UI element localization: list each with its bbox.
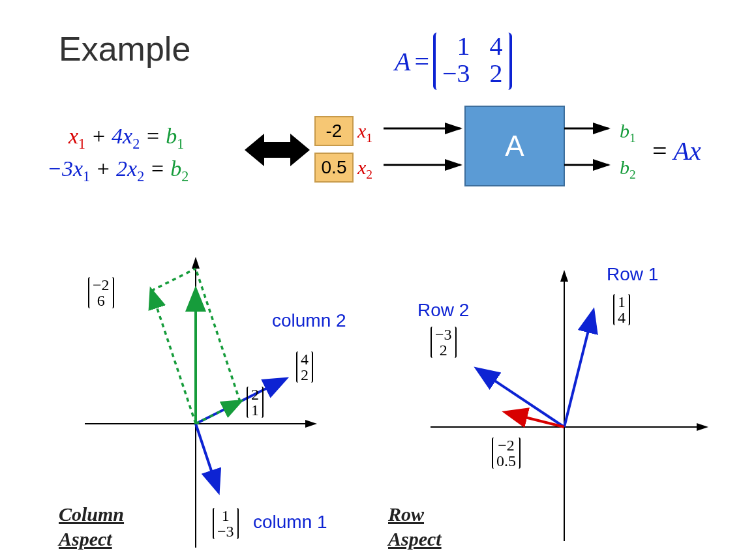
vector-halfcol2-label: 21 bbox=[247, 386, 264, 418]
equals-sign: = bbox=[414, 46, 429, 77]
matrix-a12: 4 bbox=[490, 33, 503, 60]
eq1-b1: b1 bbox=[166, 124, 184, 148]
slide-title: Example bbox=[59, 29, 190, 68]
matrix-A-box: A bbox=[464, 106, 565, 186]
row-1-text: Row 1 bbox=[607, 264, 658, 285]
eq2-eq: = bbox=[150, 156, 170, 181]
svg-line-17 bbox=[478, 370, 564, 427]
svg-line-12 bbox=[151, 291, 196, 424]
equation-line-2: −3x1 + 2x2 = b2 bbox=[47, 156, 189, 185]
x1-label: x1 bbox=[357, 120, 372, 145]
svg-marker-0 bbox=[245, 134, 310, 166]
svg-line-16 bbox=[564, 312, 593, 427]
vector-row2-label: −32 bbox=[431, 326, 457, 358]
vector-col1-label: 1−3 bbox=[213, 507, 239, 539]
matrix-name: A bbox=[395, 46, 410, 77]
eq2-2x2: 2x2 bbox=[116, 156, 144, 181]
svg-line-7 bbox=[196, 424, 218, 490]
eq1-plus: + bbox=[91, 124, 112, 148]
eq2-m3x1: −3x1 bbox=[47, 156, 90, 181]
matrix-a22: 2 bbox=[490, 60, 503, 87]
b1-label: b1 bbox=[620, 120, 636, 145]
flow-arrows-in-icon bbox=[384, 114, 468, 186]
eq1-eq: = bbox=[145, 124, 166, 148]
matrix-A-definition: A = 1 4 −3 2 bbox=[395, 33, 512, 90]
eq1-4x2: 4x2 bbox=[112, 124, 140, 148]
vector-row1-label: 14 bbox=[613, 293, 630, 325]
matrix-bracket: 1 4 −3 2 bbox=[433, 33, 512, 90]
Ax-expression: = Ax bbox=[652, 136, 701, 166]
matrix-a21: −3 bbox=[442, 60, 470, 87]
svg-line-13 bbox=[151, 269, 196, 291]
column-2-text: column 2 bbox=[272, 310, 346, 331]
flow-arrows-out-icon bbox=[564, 114, 616, 186]
b2-label: b2 bbox=[620, 156, 636, 182]
row-aspect-title: RowAspect bbox=[388, 502, 442, 551]
vector-result-label: −26 bbox=[88, 276, 114, 308]
double-arrow-icon bbox=[245, 130, 310, 169]
eq2-plus: + bbox=[96, 156, 116, 181]
svg-line-11 bbox=[196, 269, 240, 402]
column-1-text: column 1 bbox=[253, 512, 327, 533]
matrix-a11: 1 bbox=[442, 33, 470, 60]
vector-x-label: −20.5 bbox=[492, 437, 521, 469]
x2-value-box: 0.5 bbox=[314, 153, 354, 183]
x1-value-box: -2 bbox=[314, 116, 354, 146]
x2-label: x2 bbox=[357, 156, 372, 182]
row-2-text: Row 2 bbox=[417, 300, 469, 321]
eq2-b2: b2 bbox=[170, 156, 189, 181]
equation-line-1: x1 + 4x2 = b1 bbox=[68, 124, 184, 153]
vector-col2-label: 42 bbox=[296, 351, 313, 383]
eq1-x1: x1 bbox=[68, 124, 85, 148]
column-aspect-title: ColumnAspect bbox=[59, 502, 124, 551]
